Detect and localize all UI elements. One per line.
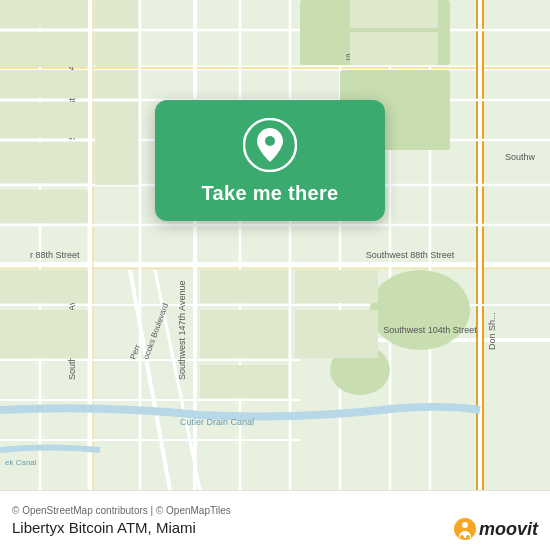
location-name: Libertyx Bitcoin ATM, Miami [12, 519, 196, 536]
svg-rect-53 [0, 190, 88, 223]
svg-text:Southwest 147th Avenue: Southwest 147th Avenue [177, 281, 187, 380]
svg-rect-54 [0, 270, 88, 303]
svg-rect-63 [350, 0, 438, 28]
svg-rect-61 [200, 310, 288, 358]
svg-rect-66 [295, 310, 378, 358]
svg-text:r 88th Street: r 88th Street [30, 250, 80, 260]
svg-rect-57 [95, 32, 138, 67]
svg-point-70 [462, 522, 468, 528]
svg-rect-58 [95, 70, 138, 98]
svg-rect-50 [0, 70, 88, 98]
svg-rect-49 [0, 32, 88, 67]
moovit-logo: moovit [454, 518, 538, 540]
svg-text:Don Sh...: Don Sh... [487, 312, 497, 350]
location-pin-icon [243, 118, 297, 172]
svg-rect-51 [0, 102, 88, 138]
bottom-info-bar: © OpenStreetMap contributors | © OpenMap… [0, 490, 550, 550]
svg-point-32 [370, 270, 470, 350]
svg-rect-56 [95, 0, 138, 28]
svg-text:ek Canal: ek Canal [5, 458, 37, 467]
svg-rect-59 [95, 102, 138, 185]
take-me-there-button[interactable]: Take me there [202, 182, 339, 205]
svg-rect-60 [200, 270, 288, 303]
svg-rect-48 [0, 0, 88, 28]
svg-rect-64 [350, 32, 438, 65]
svg-rect-55 [0, 310, 88, 358]
svg-point-68 [265, 136, 275, 146]
svg-point-71 [460, 535, 464, 539]
svg-rect-52 [0, 142, 88, 183]
svg-text:Cutler Drain Canal: Cutler Drain Canal [180, 417, 254, 427]
moovit-logo-icon [454, 518, 476, 540]
svg-text:Southwest 104th Street: Southwest 104th Street [383, 325, 477, 335]
map-view: Cutler Drain Canal ek Canal Lakes Southw… [0, 0, 550, 490]
moovit-brand-text: moovit [479, 519, 538, 540]
action-card: Take me there [155, 100, 385, 221]
svg-rect-65 [295, 270, 378, 303]
svg-text:Southwest 88th Street: Southwest 88th Street [366, 250, 455, 260]
svg-rect-62 [200, 365, 288, 398]
svg-point-72 [466, 535, 470, 539]
map-attribution: © OpenStreetMap contributors | © OpenMap… [12, 505, 538, 516]
svg-text:Southw: Southw [505, 152, 536, 162]
